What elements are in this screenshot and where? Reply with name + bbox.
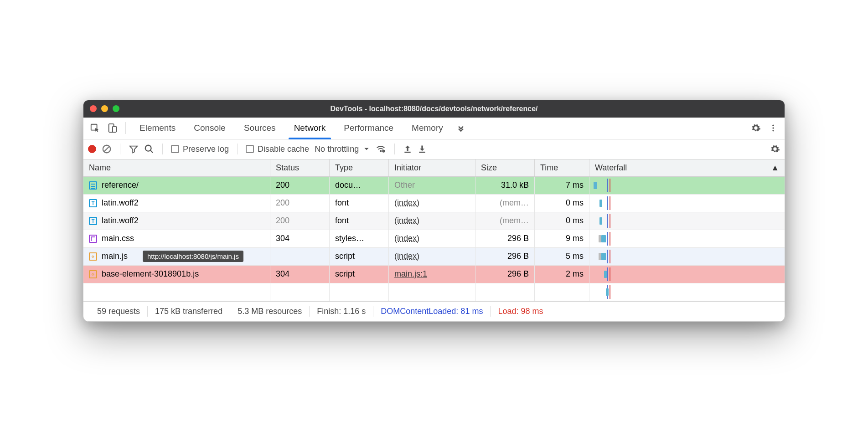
cell-waterfall [589,212,785,230]
cell-size: 31.0 kB [475,177,535,194]
col-status[interactable]: Status [270,159,330,176]
record-button[interactable] [88,145,96,153]
table-row-empty [83,283,785,301]
cell-waterfall [589,248,785,265]
cell-initiator[interactable]: main.js:1 [389,266,475,283]
inspect-element-icon[interactable] [87,120,103,136]
network-toolbar: Preserve log Disable cache No throttling [83,139,785,159]
minimize-window-button[interactable] [101,105,108,112]
table-row[interactable]: main.css304styles…(index)296 B9 ms [83,230,785,248]
device-toolbar-icon[interactable] [104,120,120,136]
throttling-select[interactable]: No throttling [315,144,370,154]
col-name[interactable]: Name [83,159,270,176]
cell-status: 304 [270,266,330,283]
js-file-icon [89,252,97,261]
disable-cache-checkbox[interactable]: Disable cache [246,144,309,154]
close-window-button[interactable] [90,105,97,112]
network-conditions-icon[interactable] [375,144,386,154]
cell-name: latin.woff2 [83,195,270,212]
svg-rect-11 [419,152,425,153]
svg-point-8 [380,150,382,152]
status-bar: 59 requests 175 kB transferred 5.3 MB re… [83,301,785,321]
status-domcontentloaded: DOMContentLoaded: 81 ms [373,307,490,316]
preserve-log-checkbox[interactable]: Preserve log [171,144,229,154]
svg-point-7 [145,145,151,151]
status-resources: 5.3 MB resources [230,307,309,316]
col-size[interactable]: Size [475,159,535,176]
cell-name: base-element-3018901b.js [83,266,270,283]
download-har-icon[interactable] [418,144,427,154]
window-title: DevTools - localhost:8080/docs/devtools/… [83,105,785,113]
cell-initiator[interactable]: (index) [389,230,475,247]
cell-waterfall [589,266,785,283]
cell-size: (mem… [475,195,535,212]
panel-settings-icon[interactable] [770,144,780,154]
more-tabs-icon[interactable] [453,120,469,136]
svg-point-3 [772,125,774,126]
tooltip: http://localhost:8080/js/main.js [143,251,243,262]
cell-time: 2 ms [535,266,589,283]
cell-type: styles… [330,230,389,247]
tab-sources[interactable]: Sources [236,118,284,139]
cell-status: 304 [270,230,330,247]
doc-file-icon [89,181,97,190]
cell-time: 9 ms [535,230,589,247]
cell-size: 296 B [475,266,535,283]
table-row[interactable]: latin.woff2200font(index)(mem…0 ms [83,195,785,212]
table-row[interactable]: base-element-3018901b.js304scriptmain.js… [83,266,785,283]
search-icon[interactable] [144,144,154,154]
col-waterfall[interactable]: Waterfall ▲ [589,159,785,176]
cell-time: 7 ms [535,177,589,194]
sort-asc-icon: ▲ [771,163,779,173]
status-requests: 59 requests [90,307,147,316]
cell-waterfall [589,230,785,247]
tab-network[interactable]: Network [286,118,334,139]
settings-icon[interactable] [748,120,764,136]
cell-type: script [330,266,389,283]
status-load: Load: 98 ms [491,307,550,316]
tab-performance[interactable]: Performance [336,118,402,139]
tab-memory[interactable]: Memory [403,118,451,139]
kebab-menu-icon[interactable] [765,120,781,136]
js-file-icon [89,270,97,278]
cell-type: docu… [330,177,389,194]
cell-status: 200 [270,195,330,212]
cell-initiator[interactable]: (index) [389,195,475,212]
tab-elements[interactable]: Elements [131,118,184,139]
cell-time: 5 ms [535,248,589,265]
filter-icon[interactable] [129,144,139,154]
cell-waterfall [589,195,785,212]
titlebar: DevTools - localhost:8080/docs/devtools/… [83,100,785,118]
cell-type: font [330,195,389,212]
table-row[interactable]: latin.woff2200font(index)(mem…0 ms [83,212,785,230]
table-row[interactable]: main.jshttp://localhost:8080/js/main.jss… [83,248,785,266]
col-initiator[interactable]: Initiator [389,159,475,176]
tab-console[interactable]: Console [186,118,234,139]
svg-point-4 [772,127,774,128]
cell-initiator[interactable]: Other [389,177,475,194]
table-row[interactable]: reference/200docu…Other31.0 kB7 ms [83,177,785,195]
cell-initiator[interactable]: (index) [389,248,475,265]
devtools-window: DevTools - localhost:8080/docs/devtools/… [83,100,785,322]
svg-point-5 [772,130,774,131]
cell-type: script [330,248,389,265]
clear-icon[interactable] [102,144,112,154]
col-type[interactable]: Type [330,159,389,176]
cell-name: reference/ [83,177,270,194]
font-file-icon [89,217,97,225]
font-file-icon [89,199,97,207]
cell-status: 200 [270,212,330,230]
upload-har-icon[interactable] [403,144,412,154]
cell-name: main.jshttp://localhost:8080/js/main.js [83,248,270,265]
panel-tabs: ElementsConsoleSourcesNetworkPerformance… [83,118,785,139]
cell-size: (mem… [475,212,535,230]
status-transferred: 175 kB transferred [148,307,230,316]
traffic-lights [90,105,119,112]
cell-type: font [330,212,389,230]
cell-name: latin.woff2 [83,212,270,230]
cell-size: 296 B [475,248,535,265]
col-time[interactable]: Time [535,159,589,176]
network-table-header: Name Status Type Initiator Size Time Wat… [83,159,785,177]
zoom-window-button[interactable] [113,105,119,112]
cell-initiator[interactable]: (index) [389,212,475,230]
